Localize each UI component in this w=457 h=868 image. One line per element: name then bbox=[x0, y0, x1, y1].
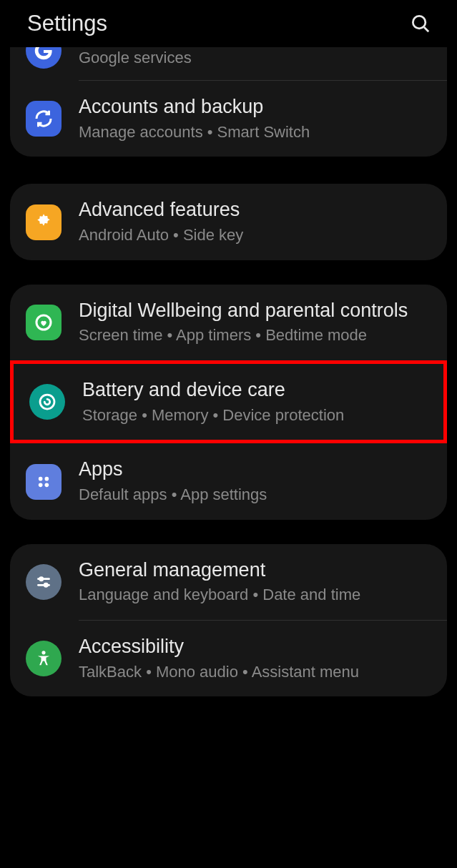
item-text: Google services bbox=[79, 48, 431, 69]
settings-item-battery-device-care[interactable]: Battery and device care Storage • Memory… bbox=[10, 360, 447, 443]
item-text: Apps Default apps • App settings bbox=[79, 458, 431, 505]
svg-point-9 bbox=[40, 577, 43, 580]
search-icon[interactable] bbox=[410, 13, 431, 34]
svg-point-5 bbox=[45, 476, 49, 480]
svg-point-7 bbox=[45, 483, 49, 487]
settings-item-advanced-features[interactable]: Advanced features Android Auto • Side ke… bbox=[10, 184, 447, 260]
item-title: Battery and device care bbox=[82, 378, 428, 403]
svg-line-1 bbox=[424, 27, 428, 31]
settings-list: Google services Accounts and backup Mana… bbox=[0, 47, 457, 696]
item-subtitle: Screen time • App timers • Bedtime mode bbox=[79, 325, 431, 346]
device-care-icon bbox=[29, 384, 65, 420]
svg-point-0 bbox=[413, 16, 426, 29]
item-subtitle: Storage • Memory • Device protection bbox=[82, 405, 428, 426]
google-icon bbox=[26, 47, 62, 69]
svg-point-11 bbox=[44, 583, 47, 586]
settings-item-apps[interactable]: Apps Default apps • App settings bbox=[10, 443, 447, 519]
svg-point-6 bbox=[39, 483, 43, 487]
item-title: General management bbox=[79, 558, 431, 583]
item-text: General management Language and keyboard… bbox=[79, 558, 431, 606]
item-title: Digital Wellbeing and parental controls bbox=[79, 299, 431, 323]
item-title: Accounts and backup bbox=[79, 95, 431, 119]
page-title: Settings bbox=[27, 11, 107, 36]
item-title: Apps bbox=[79, 458, 431, 482]
settings-item-digital-wellbeing[interactable]: Digital Wellbeing and parental controls … bbox=[10, 285, 447, 360]
settings-header: Settings bbox=[0, 0, 457, 47]
settings-group: General management Language and keyboard… bbox=[10, 544, 447, 697]
gear-plus-icon bbox=[26, 204, 62, 240]
item-subtitle: TalkBack • Mono audio • Assistant menu bbox=[79, 662, 431, 683]
item-text: Battery and device care Storage • Memory… bbox=[82, 378, 428, 425]
item-subtitle: Default apps • App settings bbox=[79, 485, 431, 505]
item-subtitle: Language and keyboard • Date and time bbox=[79, 585, 431, 606]
item-subtitle: Google services bbox=[79, 48, 431, 69]
settings-item-google[interactable]: Google services bbox=[10, 47, 447, 80]
settings-group: Digital Wellbeing and parental controls … bbox=[10, 285, 447, 520]
item-text: Digital Wellbeing and parental controls … bbox=[79, 299, 431, 346]
apps-icon bbox=[26, 464, 62, 500]
settings-item-general-management[interactable]: General management Language and keyboard… bbox=[10, 544, 447, 620]
sliders-icon bbox=[26, 564, 62, 600]
wellbeing-icon bbox=[26, 305, 62, 340]
item-text: Advanced features Android Auto • Side ke… bbox=[79, 198, 431, 245]
item-title: Advanced features bbox=[79, 198, 431, 222]
settings-group: Advanced features Android Auto • Side ke… bbox=[10, 184, 447, 260]
item-text: Accessibility TalkBack • Mono audio • As… bbox=[79, 635, 431, 682]
item-subtitle: Manage accounts • Smart Switch bbox=[79, 122, 431, 143]
svg-point-4 bbox=[39, 476, 43, 480]
settings-item-accessibility[interactable]: Accessibility TalkBack • Mono audio • As… bbox=[10, 621, 447, 696]
settings-group: Google services Accounts and backup Mana… bbox=[10, 47, 447, 157]
svg-point-12 bbox=[41, 651, 45, 655]
item-subtitle: Android Auto • Side key bbox=[79, 225, 431, 246]
settings-item-accounts-backup[interactable]: Accounts and backup Manage accounts • Sm… bbox=[10, 81, 447, 157]
sync-icon bbox=[26, 101, 62, 137]
item-text: Accounts and backup Manage accounts • Sm… bbox=[79, 95, 431, 142]
svg-point-3 bbox=[40, 395, 54, 409]
item-title: Accessibility bbox=[79, 635, 431, 659]
accessibility-icon bbox=[26, 641, 62, 676]
